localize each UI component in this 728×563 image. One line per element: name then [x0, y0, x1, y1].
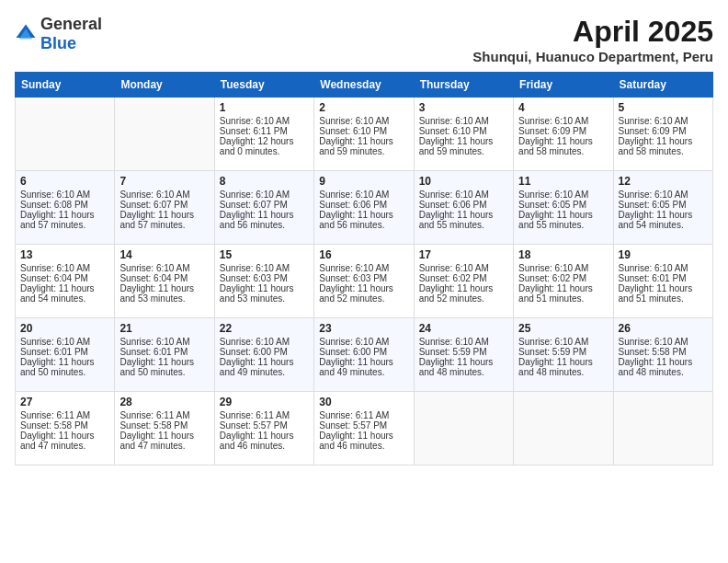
daylight-text: Daylight: 11 hours and 53 minutes. [119, 283, 209, 304]
sunrise-text: Sunrise: 6:10 AM [419, 116, 508, 126]
day-number: 16 [319, 248, 408, 261]
logo-general: General [40, 15, 102, 33]
calendar-cell: 20Sunrise: 6:10 AMSunset: 6:01 PMDayligh… [16, 318, 115, 392]
daylight-text: Daylight: 11 hours and 57 minutes. [119, 210, 209, 230]
day-number: 18 [518, 248, 608, 261]
daylight-text: Daylight: 11 hours and 46 minutes. [220, 431, 309, 451]
sunset-text: Sunset: 5:58 PM [119, 420, 209, 431]
calendar-cell: 13Sunrise: 6:10 AMSunset: 6:04 PMDayligh… [16, 245, 115, 318]
sunrise-text: Sunrise: 6:11 AM [319, 410, 408, 420]
calendar-cell [414, 392, 513, 465]
title-block: April 2025 Shunqui, Huanuco Department, … [472, 15, 713, 64]
calendar-cell: 17Sunrise: 6:10 AMSunset: 6:02 PMDayligh… [414, 245, 513, 318]
day-number: 7 [119, 175, 209, 188]
day-number: 23 [319, 322, 408, 335]
daylight-text: Daylight: 11 hours and 47 minutes. [20, 431, 109, 451]
sunset-text: Sunset: 6:09 PM [619, 126, 708, 136]
day-number: 14 [119, 248, 209, 261]
sunset-text: Sunset: 6:01 PM [20, 347, 109, 357]
daylight-text: Daylight: 11 hours and 56 minutes. [319, 210, 408, 230]
sunrise-text: Sunrise: 6:10 AM [319, 190, 408, 200]
daylight-text: Daylight: 11 hours and 50 minutes. [119, 357, 209, 377]
sunset-text: Sunset: 6:05 PM [518, 200, 608, 210]
calendar-cell: 15Sunrise: 6:10 AMSunset: 6:03 PMDayligh… [214, 245, 313, 318]
calendar-cell: 2Sunrise: 6:10 AMSunset: 6:10 PMDaylight… [314, 98, 414, 171]
day-number: 1 [220, 101, 309, 114]
daylight-text: Daylight: 11 hours and 46 minutes. [319, 431, 408, 451]
day-number: 21 [119, 322, 209, 335]
day-number: 6 [20, 175, 109, 188]
day-number: 4 [518, 101, 608, 114]
daylight-text: Daylight: 11 hours and 47 minutes. [119, 431, 209, 451]
sunset-text: Sunset: 6:04 PM [119, 273, 209, 283]
sunrise-text: Sunrise: 6:10 AM [220, 116, 309, 126]
sunrise-text: Sunrise: 6:10 AM [419, 190, 508, 200]
sunset-text: Sunset: 6:04 PM [20, 273, 109, 283]
calendar-cell: 6Sunrise: 6:10 AMSunset: 6:08 PMDaylight… [16, 171, 115, 245]
calendar-cell [613, 392, 712, 465]
calendar-week-row: 20Sunrise: 6:10 AMSunset: 6:01 PMDayligh… [16, 318, 713, 392]
sunset-text: Sunset: 6:03 PM [319, 273, 408, 283]
calendar-cell: 29Sunrise: 6:11 AMSunset: 5:57 PMDayligh… [214, 392, 313, 465]
daylight-text: Daylight: 11 hours and 58 minutes. [518, 136, 608, 156]
day-header-saturday: Saturday [613, 73, 712, 98]
day-number: 22 [220, 322, 309, 335]
sunrise-text: Sunrise: 6:10 AM [119, 337, 209, 347]
sunrise-text: Sunrise: 6:10 AM [619, 116, 708, 126]
daylight-text: Daylight: 11 hours and 59 minutes. [319, 136, 408, 156]
day-header-monday: Monday [115, 73, 214, 98]
daylight-text: Daylight: 11 hours and 49 minutes. [319, 357, 408, 377]
calendar-week-row: 27Sunrise: 6:11 AMSunset: 5:58 PMDayligh… [16, 392, 713, 465]
sunset-text: Sunset: 5:58 PM [20, 420, 109, 431]
sunrise-text: Sunrise: 6:10 AM [518, 116, 608, 126]
calendar-cell: 3Sunrise: 6:10 AMSunset: 6:10 PMDaylight… [414, 98, 513, 171]
daylight-text: Daylight: 11 hours and 57 minutes. [20, 210, 109, 230]
calendar-cell: 5Sunrise: 6:10 AMSunset: 6:09 PMDaylight… [613, 98, 712, 171]
daylight-text: Daylight: 11 hours and 54 minutes. [20, 283, 109, 304]
day-number: 28 [119, 396, 209, 408]
day-number: 10 [419, 175, 508, 188]
day-header-sunday: Sunday [16, 73, 115, 98]
calendar-cell: 18Sunrise: 6:10 AMSunset: 6:02 PMDayligh… [514, 245, 613, 318]
day-number: 27 [20, 396, 109, 408]
calendar-week-row: 6Sunrise: 6:10 AMSunset: 6:08 PMDaylight… [16, 171, 713, 245]
calendar-cell: 26Sunrise: 6:10 AMSunset: 5:58 PMDayligh… [613, 318, 712, 392]
day-number: 30 [319, 396, 408, 408]
calendar-cell: 19Sunrise: 6:10 AMSunset: 6:01 PMDayligh… [613, 245, 712, 318]
sunrise-text: Sunrise: 6:10 AM [20, 190, 109, 200]
sunset-text: Sunset: 6:08 PM [20, 200, 109, 210]
day-number: 2 [319, 101, 408, 114]
sunrise-text: Sunrise: 6:10 AM [619, 337, 708, 347]
sunrise-text: Sunrise: 6:10 AM [319, 337, 408, 347]
sunrise-text: Sunrise: 6:10 AM [220, 263, 309, 273]
daylight-text: Daylight: 11 hours and 53 minutes. [220, 283, 309, 304]
day-header-wednesday: Wednesday [314, 73, 414, 98]
sunset-text: Sunset: 6:02 PM [419, 273, 508, 283]
logo-icon [15, 23, 37, 45]
sunset-text: Sunset: 6:06 PM [319, 200, 408, 210]
calendar-table: SundayMondayTuesdayWednesdayThursdayFrid… [15, 72, 713, 465]
sunset-text: Sunset: 6:07 PM [119, 200, 209, 210]
calendar-cell: 16Sunrise: 6:10 AMSunset: 6:03 PMDayligh… [314, 245, 414, 318]
daylight-text: Daylight: 11 hours and 55 minutes. [419, 210, 508, 230]
daylight-text: Daylight: 11 hours and 48 minutes. [419, 357, 508, 377]
sunrise-text: Sunrise: 6:10 AM [619, 190, 708, 200]
sunset-text: Sunset: 6:10 PM [319, 126, 408, 136]
sunset-text: Sunset: 5:59 PM [518, 347, 608, 357]
day-number: 11 [518, 175, 608, 188]
calendar-cell: 4Sunrise: 6:10 AMSunset: 6:09 PMDaylight… [514, 98, 613, 171]
calendar-cell [16, 98, 115, 171]
sunrise-text: Sunrise: 6:10 AM [220, 337, 309, 347]
day-number: 3 [419, 101, 508, 114]
sunset-text: Sunset: 6:07 PM [220, 200, 309, 210]
sunrise-text: Sunrise: 6:10 AM [419, 263, 508, 273]
sunrise-text: Sunrise: 6:11 AM [119, 410, 209, 420]
calendar-cell: 9Sunrise: 6:10 AMSunset: 6:06 PMDaylight… [314, 171, 414, 245]
calendar-cell [115, 98, 214, 171]
day-number: 13 [20, 248, 109, 261]
sunrise-text: Sunrise: 6:11 AM [220, 410, 309, 420]
daylight-text: Daylight: 11 hours and 48 minutes. [518, 357, 608, 377]
daylight-text: Daylight: 11 hours and 58 minutes. [619, 136, 708, 156]
sunset-text: Sunset: 6:11 PM [220, 126, 309, 136]
sunset-text: Sunset: 6:02 PM [518, 273, 608, 283]
